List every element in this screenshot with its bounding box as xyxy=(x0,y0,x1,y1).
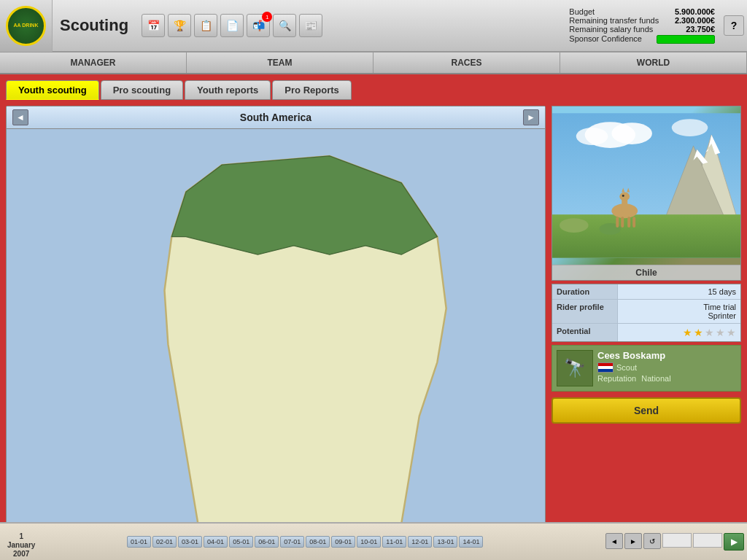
scout-binoculars-icon: 🔭 xyxy=(557,350,593,386)
nav-icon-search[interactable]: 🔍 xyxy=(273,14,296,37)
timeline-date-item[interactable]: 12-01 xyxy=(408,536,432,548)
timeline-input2[interactable] xyxy=(693,533,722,548)
app-title: Scouting xyxy=(53,16,136,35)
star-4: ★ xyxy=(716,327,725,338)
sub-tab-youth-scouting[interactable]: Youth scouting xyxy=(6,80,99,100)
rider-value: Time trial Sprinter xyxy=(618,300,740,323)
timeline-date-label: 1 January 2007 xyxy=(7,532,35,559)
map-prev-btn[interactable]: ◄ xyxy=(12,109,28,125)
timeline-date-item[interactable]: 08-01 xyxy=(306,536,330,548)
timeline-date-item[interactable]: 10-01 xyxy=(357,536,381,548)
svg-point-3 xyxy=(611,122,652,144)
duration-label: Duration xyxy=(552,284,618,299)
logo-text: AA DRINK xyxy=(14,23,39,28)
timeline-day: 1 xyxy=(19,532,23,540)
svg-point-19 xyxy=(622,195,624,197)
budget-label: Budget xyxy=(569,7,595,16)
main-content: Youth scouting Pro scouting Youth report… xyxy=(0,74,747,522)
svg-rect-22 xyxy=(627,217,630,228)
scout-name: Cees Boskamp xyxy=(597,350,736,361)
logo-circle: AA DRINK xyxy=(6,6,46,46)
svg-point-4 xyxy=(576,128,608,145)
svg-rect-20 xyxy=(616,217,619,228)
country-details: Duration 15 days Rider profile Time tria… xyxy=(551,284,741,342)
star-3: ★ xyxy=(705,327,714,338)
nav-icons-bar: 📅 🏆 📋 📄 📬 1 🔍 📰 xyxy=(136,14,328,37)
country-name: Chile xyxy=(552,265,740,280)
svg-point-5 xyxy=(672,119,708,136)
timeline-date-item[interactable]: 01-01 xyxy=(127,536,151,548)
send-button[interactable]: Send xyxy=(551,397,741,424)
timeline-controls: ◄ ► ↺ ▶ xyxy=(605,533,744,551)
star-5: ★ xyxy=(727,327,736,338)
timeline-date-item[interactable]: 14-01 xyxy=(459,536,483,548)
nav-tab-world[interactable]: WORLD xyxy=(560,52,747,73)
help-button[interactable]: ? xyxy=(724,15,744,36)
scout-rep-row: Reputation National xyxy=(597,374,736,383)
logo: AA DRINK xyxy=(0,0,53,52)
svg-rect-23 xyxy=(632,217,635,228)
timeline-play-btn[interactable]: ▶ xyxy=(724,533,744,551)
nav-tab-team[interactable]: TEAM xyxy=(187,52,374,73)
rider-label: Rider profile xyxy=(552,300,618,323)
duration-row: Duration 15 days xyxy=(552,284,740,300)
map-next-btn[interactable]: ► xyxy=(523,109,539,125)
scout-info-card: 🔭 Cees Boskamp Scout Reputation National xyxy=(551,345,741,392)
scout-details: Cees Boskamp Scout Reputation National xyxy=(597,350,736,383)
budget-value: 5.900.000€ xyxy=(675,7,715,16)
timeline-prev-btn[interactable]: ◄ xyxy=(605,533,623,549)
svg-point-16 xyxy=(619,192,630,201)
map-display[interactable] xyxy=(7,129,545,560)
scout-flag-nl xyxy=(597,362,614,373)
svg-point-12 xyxy=(560,218,589,233)
nav-icon-clipboard[interactable]: 📋 xyxy=(194,14,217,37)
nav-icon-calendar[interactable]: 📅 xyxy=(142,14,165,37)
nav-icon-document[interactable]: 📄 xyxy=(220,14,244,37)
timeline-year: 2007 xyxy=(13,550,29,558)
potential-stars: ★ ★ ★ ★ ★ xyxy=(618,324,740,341)
budget-section: Budget 5.900.000€ Remaining transfer fun… xyxy=(569,7,721,44)
timeline-date-item[interactable]: 07-01 xyxy=(280,536,304,548)
timeline: 1 January 2007 01-0102-0103-0104-0105-01… xyxy=(0,522,747,560)
star-1: ★ xyxy=(683,327,692,338)
sub-tabs: Youth scouting Pro scouting Youth report… xyxy=(6,80,741,100)
sub-tab-youth-reports[interactable]: Youth reports xyxy=(185,80,271,100)
timeline-date-item[interactable]: 13-01 xyxy=(433,536,457,548)
nav-icon-trophy[interactable]: 🏆 xyxy=(168,14,191,37)
timeline-date-item[interactable]: 03-01 xyxy=(178,536,202,548)
timeline-date-item[interactable]: 06-01 xyxy=(255,536,279,548)
country-image: Chile xyxy=(551,106,741,281)
south-america-map xyxy=(7,129,545,560)
timeline-dates: 01-0102-0103-0104-0105-0106-0107-0108-01… xyxy=(127,536,601,548)
star-2: ★ xyxy=(694,327,703,338)
nav-tab-manager[interactable]: MANAGER xyxy=(0,52,187,73)
timeline-next-btn[interactable]: ► xyxy=(624,533,642,549)
timeline-refresh-btn[interactable]: ↺ xyxy=(643,533,661,549)
rider-profile-row: Rider profile Time trial Sprinter xyxy=(552,300,740,324)
content-area: ◄ South America ► xyxy=(6,106,741,560)
timeline-date-item[interactable]: 05-01 xyxy=(229,536,253,548)
country-img-scene xyxy=(552,106,740,265)
nav-tabs: MANAGER TEAM RACES WORLD xyxy=(0,52,747,74)
right-panel: Chile Duration 15 days Rider profile Tim… xyxy=(551,106,741,560)
map-region-title: South America xyxy=(240,112,311,123)
timeline-date-item[interactable]: 04-01 xyxy=(204,536,228,548)
sub-tab-pro-scouting[interactable]: Pro scouting xyxy=(101,80,183,100)
sponsor-label: Sponsor Confidence xyxy=(569,34,642,43)
duration-value: 15 days xyxy=(618,284,740,299)
timeline-input1[interactable] xyxy=(662,533,692,548)
timeline-month: January xyxy=(7,541,35,549)
svg-rect-21 xyxy=(621,217,624,228)
timeline-date-item[interactable]: 09-01 xyxy=(331,536,355,548)
sub-tab-pro-reports[interactable]: Pro Reports xyxy=(272,80,351,100)
nav-icon-mail[interactable]: 📬 1 xyxy=(247,14,270,37)
timeline-date-item[interactable]: 02-01 xyxy=(152,536,177,548)
mail-badge: 1 xyxy=(262,12,272,22)
nav-tab-races[interactable]: RACES xyxy=(374,52,560,73)
nav-icon-news[interactable]: 📰 xyxy=(299,14,322,37)
map-header: ◄ South America ► xyxy=(7,106,545,129)
sponsor-bar xyxy=(657,35,715,44)
scout-rep-label: Reputation xyxy=(597,374,636,383)
timeline-date-item[interactable]: 11-01 xyxy=(382,536,406,548)
chile-scenery xyxy=(552,106,740,265)
